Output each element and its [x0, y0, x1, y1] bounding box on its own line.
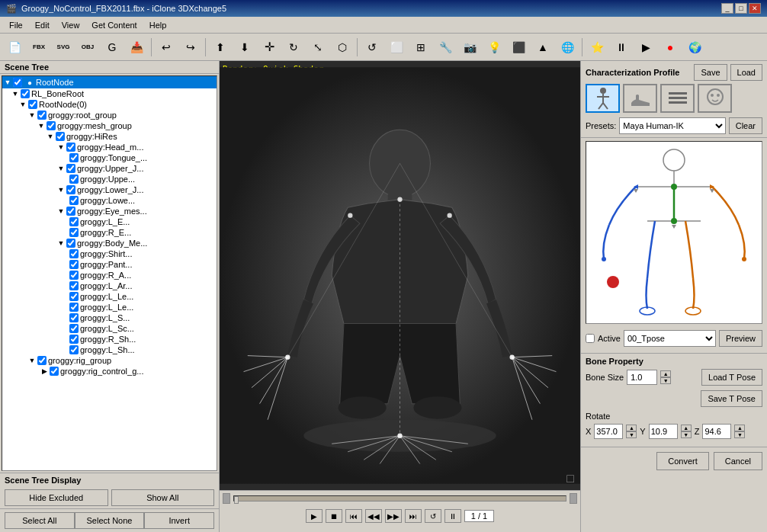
- tree-check-lle[interactable]: [69, 292, 79, 301]
- cancel-button[interactable]: Cancel: [714, 452, 762, 470]
- toolbar-world[interactable]: 🌍: [683, 37, 706, 58]
- tree-check-mg[interactable]: [47, 121, 56, 130]
- tree-node-lsc[interactable]: groggy:L_Sc...: [2, 323, 217, 334]
- toolbar-grid[interactable]: ⊞: [409, 37, 432, 58]
- tree-toggle-uj[interactable]: ▼: [57, 165, 65, 172]
- toolbar-move[interactable]: ✛: [258, 37, 281, 58]
- toolbar-view1[interactable]: ⬜: [385, 37, 408, 58]
- toolbar-camera[interactable]: 📷: [458, 37, 481, 58]
- presets-select[interactable]: Maya Human-IK: [619, 117, 725, 134]
- toolbar-new[interactable]: 📄: [3, 37, 26, 58]
- tree-check-re[interactable]: [69, 228, 79, 237]
- tree-toggle-lj[interactable]: ▼: [57, 186, 65, 194]
- tree-node-rsh[interactable]: groggy:R_Sh...: [2, 334, 217, 345]
- tree-toggle-rootnode[interactable]: ▼: [4, 79, 11, 86]
- toolbar-scale[interactable]: ⤡: [306, 37, 329, 58]
- play-button[interactable]: ▶: [306, 509, 323, 523]
- tree-toggle-rg[interactable]: ▼: [28, 111, 36, 119]
- menu-help[interactable]: Help: [143, 19, 173, 31]
- toolbar-motion[interactable]: G: [101, 37, 124, 58]
- tree-node-rig-ctrl[interactable]: ▶ groggy:rig_control_g...: [2, 366, 217, 377]
- bone-size-input[interactable]: 1.0: [627, 370, 657, 385]
- load-button[interactable]: Load: [730, 64, 762, 81]
- tree-node-uppe2[interactable]: groggy:Uppe...: [2, 174, 217, 184]
- tree-check-shirt[interactable]: [69, 249, 79, 258]
- menu-get-content[interactable]: Get Content: [85, 19, 143, 31]
- profile-icon-head[interactable]: [698, 84, 732, 113]
- tree-toggle-rc[interactable]: ▶: [40, 367, 48, 375]
- tree-check-lsc[interactable]: [69, 324, 79, 333]
- viewport-canvas[interactable]: Render: Quick Shader Visible Faces Count…: [220, 61, 580, 490]
- close-button[interactable]: ✕: [749, 3, 761, 14]
- tree-node-re[interactable]: groggy:R_E...: [2, 227, 217, 238]
- tree-node-tongue[interactable]: groggy:Tongue_...: [2, 152, 217, 163]
- menu-edit[interactable]: Edit: [29, 19, 56, 31]
- tree-check-pant[interactable]: [69, 260, 79, 269]
- tree-check-rl[interactable]: [21, 89, 30, 98]
- timeline-track[interactable]: [233, 495, 566, 502]
- tree-check-rn0[interactable]: [28, 100, 37, 109]
- select-none-button[interactable]: Select None: [75, 512, 145, 529]
- toolbar-reset[interactable]: ↺: [361, 37, 384, 58]
- tree-check-rsh[interactable]: [69, 335, 79, 344]
- tree-node-lower-j[interactable]: ▼ groggy:Lower_J...: [2, 184, 217, 195]
- toolbar-up[interactable]: ⬆: [209, 37, 232, 58]
- tree-check-tongue[interactable]: [69, 153, 79, 162]
- tree-node-lar[interactable]: groggy:L_Ar...: [2, 280, 217, 291]
- window-controls[interactable]: _ □ ✕: [721, 3, 761, 14]
- tree-node-root-group[interactable]: ▼ groggy:root_group: [2, 110, 217, 120]
- tree-node-eye[interactable]: ▼ groggy:Eye_mes...: [2, 206, 217, 216]
- tree-check-lar[interactable]: [69, 281, 79, 290]
- first-frame-button[interactable]: ⏮: [345, 509, 362, 523]
- tree-check-eye[interactable]: [66, 207, 75, 216]
- menu-view[interactable]: View: [56, 19, 86, 31]
- tree-toggle-rl[interactable]: ▼: [11, 90, 19, 98]
- toolbar-fbx[interactable]: FBX: [27, 37, 50, 58]
- bone-size-up[interactable]: ▲: [660, 370, 671, 377]
- timeline-handle-right[interactable]: [570, 493, 577, 504]
- tree-toggle-rn0[interactable]: ▼: [19, 101, 27, 108]
- tree-toggle-head[interactable]: ▼: [57, 143, 65, 151]
- tree-node-le[interactable]: groggy:L_E...: [2, 216, 217, 227]
- tree-check-rg[interactable]: [37, 111, 47, 120]
- y-down[interactable]: ▼: [681, 431, 692, 438]
- tree-node-mesh-group[interactable]: ▼ groggy:mesh_group: [2, 120, 217, 131]
- tree-node-ls[interactable]: groggy:L_S...: [2, 312, 217, 323]
- timeline-handle-left[interactable]: [223, 493, 230, 504]
- tree-toggle-hr[interactable]: ▼: [47, 133, 54, 140]
- toolbar-pause[interactable]: ⏸: [610, 37, 633, 58]
- stop-button[interactable]: ⏹: [326, 509, 342, 523]
- tree-node-rootnode[interactable]: ▼ ● RootNode: [2, 76, 217, 88]
- profile-icon-list[interactable]: [660, 84, 695, 113]
- invert-button[interactable]: Invert: [144, 512, 214, 529]
- tree-check-ra[interactable]: [69, 271, 79, 280]
- last-frame-button[interactable]: ⏭: [405, 509, 422, 523]
- tree-check-hr[interactable]: [56, 132, 65, 141]
- save-t-pose-button[interactable]: Save T Pose: [701, 390, 762, 407]
- convert-button[interactable]: Convert: [656, 452, 709, 470]
- toolbar-redo[interactable]: ↪: [179, 37, 202, 58]
- x-up[interactable]: ▲: [626, 425, 637, 431]
- tree-check-le[interactable]: [69, 217, 79, 226]
- tree-node-upper-j[interactable]: ▼ groggy:Upper_J...: [2, 163, 217, 174]
- tree-check-lowe2[interactable]: [69, 196, 79, 205]
- tree-node-lle[interactable]: groggy:L_Le...: [2, 291, 217, 302]
- z-input[interactable]: [702, 424, 731, 439]
- toolbar-down[interactable]: ⬇: [233, 37, 256, 58]
- z-down[interactable]: ▼: [734, 431, 745, 438]
- y-input[interactable]: [649, 424, 678, 439]
- tree-check-uj[interactable]: [66, 164, 75, 173]
- maximize-button[interactable]: □: [735, 3, 747, 14]
- tree-node-lle2[interactable]: groggy:L_Le...: [2, 302, 217, 312]
- tree-check-lsh[interactable]: [69, 345, 79, 354]
- toolbar-rec[interactable]: ●: [659, 37, 682, 58]
- scene-tree-content[interactable]: ▼ ● RootNode ▼ RL_BoneRoot ▼ RootNode(0)…: [2, 75, 217, 471]
- tree-check-rc[interactable]: [50, 367, 59, 376]
- menu-file[interactable]: File: [3, 19, 29, 31]
- toolbar-import[interactable]: 📥: [125, 37, 148, 58]
- toolbar-view2[interactable]: 🔧: [434, 37, 457, 58]
- prev-frame-button[interactable]: ◀◀: [365, 509, 382, 523]
- tree-check-head[interactable]: [66, 143, 75, 152]
- tree-toggle-body[interactable]: ▼: [57, 239, 65, 247]
- tree-toggle-mg[interactable]: ▼: [37, 122, 45, 130]
